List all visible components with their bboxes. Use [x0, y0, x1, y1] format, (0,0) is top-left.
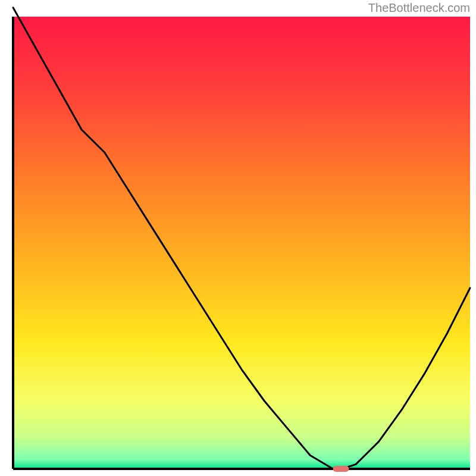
svg-rect-3 — [333, 466, 349, 472]
svg-rect-0 — [13, 17, 470, 469]
chart-container: TheBottleneck.com — [0, 0, 476, 476]
bottleneck-chart — [0, 0, 476, 476]
watermark-text: TheBottleneck.com — [368, 1, 470, 15]
